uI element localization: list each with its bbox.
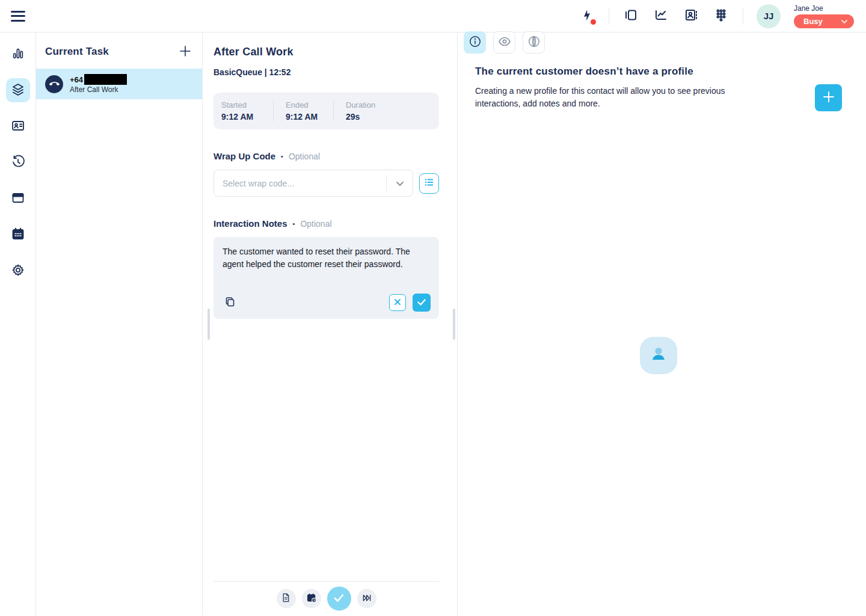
add-task-button[interactable]	[178, 45, 192, 59]
stat-ended-label: Ended	[286, 100, 322, 109]
current-task-title: Current Task	[45, 46, 109, 58]
accept-notes-button[interactable]	[413, 294, 431, 312]
panels-icon	[624, 8, 638, 24]
copy-icon	[224, 296, 236, 309]
gear-icon	[11, 263, 25, 279]
directory-button[interactable]	[683, 8, 699, 25]
history-icon	[11, 155, 25, 171]
notes-doc-button[interactable]	[277, 589, 296, 608]
stat-started-label: Started	[221, 100, 262, 109]
contact-card-icon	[11, 119, 25, 135]
queue-info: BasicQueue | 12:52	[213, 67, 439, 77]
task-action-bar	[213, 581, 439, 615]
notification-dot	[591, 19, 596, 25]
profile-tabs	[458, 31, 866, 54]
menu-hamburger-icon[interactable]	[11, 10, 26, 23]
chevron-down-icon	[396, 178, 404, 189]
call-ended-icon	[45, 75, 63, 93]
interaction-notes-field[interactable]: The customer wanted to reset their passw…	[213, 237, 439, 319]
user-name: Jane Joe	[794, 4, 823, 13]
user-avatar[interactable]: JJ	[757, 4, 781, 28]
interaction-notes-label: Interaction Notes	[213, 218, 287, 229]
interaction-notes-text: The customer wanted to reset their passw…	[223, 245, 431, 271]
quick-actions-button[interactable]	[579, 8, 595, 25]
schedule-button[interactable]	[302, 589, 321, 608]
check-icon	[417, 298, 426, 307]
notes-optional-hint: Optional	[300, 219, 331, 229]
stat-started-value: 9:12 AM	[221, 112, 262, 122]
task-type-label: After Call Work	[70, 85, 127, 94]
task-detail-title: After Call Work	[213, 46, 439, 58]
status-dropdown[interactable]: Busy	[794, 14, 854, 28]
sidebar-item-calendar[interactable]	[6, 223, 30, 247]
x-icon	[394, 298, 401, 307]
plus-icon	[822, 90, 835, 105]
task-detail-panel: After Call Work BasicQueue | 12:52 Start…	[203, 32, 458, 615]
customer-avatar-placeholder	[640, 337, 677, 374]
document-icon	[281, 593, 291, 605]
directory-icon	[684, 8, 698, 24]
reject-notes-button[interactable]	[389, 294, 406, 311]
bullet-list-icon	[424, 177, 435, 189]
skip-next-icon	[361, 593, 372, 605]
info-icon	[468, 35, 482, 50]
skip-button[interactable]	[357, 589, 376, 608]
no-profile-description: Creating a new profile for this contact …	[475, 85, 763, 110]
eye-icon	[497, 34, 512, 51]
person-icon	[648, 343, 669, 368]
sidebar-item-browser[interactable]	[6, 186, 30, 211]
sidebar-item-history[interactable]	[6, 150, 30, 174]
sidebar-item-metrics[interactable]	[6, 42, 30, 66]
bar-chart-icon	[11, 47, 25, 62]
split-circle-icon	[527, 35, 541, 50]
metrics-button[interactable]	[653, 8, 669, 25]
task-phone-prefix: +64	[70, 75, 83, 84]
current-task-panel: Current Task +64 After Call Work	[36, 32, 203, 615]
sidebar-item-contacts[interactable]	[6, 114, 30, 138]
customer-profile-panel: The current customer doesn’t have a prof…	[458, 32, 866, 615]
chevron-down-icon	[841, 17, 848, 26]
complete-task-button[interactable]	[327, 587, 351, 611]
layers-icon	[11, 82, 25, 99]
sidebar-item-settings[interactable]	[6, 259, 30, 283]
wrap-code-list-button[interactable]	[419, 173, 439, 194]
copy-notes-button[interactable]	[223, 295, 237, 310]
panels-button[interactable]	[622, 8, 639, 25]
stat-duration-label: Duration	[346, 100, 375, 109]
wrap-up-optional-hint: Optional	[289, 152, 320, 161]
calendar-icon	[11, 227, 25, 243]
calendar-clock-icon	[306, 593, 317, 605]
call-stats-box: Started 9:12 AM Ended 9:12 AM Duration 2…	[213, 93, 439, 129]
tab-profile-info[interactable]	[464, 31, 486, 54]
panel-resize-handle[interactable]	[453, 309, 455, 340]
divider	[609, 8, 609, 24]
line-chart-icon	[654, 8, 668, 24]
dialpad-icon	[714, 8, 728, 24]
wrap-code-placeholder: Select wrap code...	[214, 179, 294, 188]
tab-profile-compare[interactable]	[523, 31, 545, 54]
task-list-item[interactable]: +64 After Call Work	[36, 69, 202, 99]
tab-profile-view[interactable]	[493, 31, 515, 54]
redacted-phone-number	[84, 74, 127, 85]
wrap-code-select[interactable]: Select wrap code...	[213, 170, 413, 197]
stat-duration-value: 29s	[346, 112, 375, 122]
sidebar-item-tasks[interactable]	[6, 78, 30, 102]
browser-icon	[11, 191, 25, 207]
panel-resize-handle[interactable]	[207, 309, 210, 340]
divider	[743, 8, 743, 24]
top-bar: JJ Jane Joe Busy	[0, 0, 866, 32]
status-label: Busy	[803, 17, 823, 26]
check-icon	[334, 594, 344, 604]
wrap-up-code-label: Wrap Up Code	[213, 151, 275, 161]
stat-ended-value: 9:12 AM	[286, 112, 322, 122]
bullet-separator: •	[293, 220, 295, 227]
icon-sidebar	[0, 32, 36, 615]
no-profile-heading: The current customer doesn’t have a prof…	[475, 66, 763, 78]
plus-icon	[179, 45, 192, 60]
dialpad-button[interactable]	[713, 8, 729, 25]
bullet-separator: •	[281, 153, 283, 160]
create-profile-button[interactable]	[815, 84, 842, 111]
